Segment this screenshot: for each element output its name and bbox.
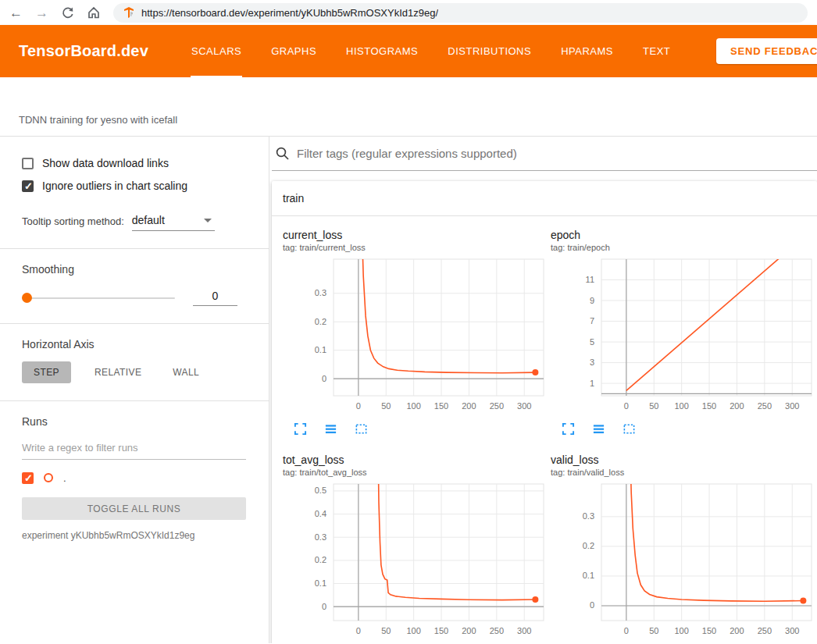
tab-distributions[interactable]: DISTRIBUTIONS	[447, 25, 532, 77]
svg-text:200: 200	[730, 401, 744, 411]
svg-text:0: 0	[322, 374, 326, 383]
svg-text:0.1: 0.1	[583, 571, 594, 580]
runs-label: Runs	[22, 415, 246, 428]
app-header: TensorBoard.dev SCALARS GRAPHS HISTOGRAM…	[0, 25, 817, 77]
tab-scalars[interactable]: SCALARS	[191, 25, 242, 77]
send-feedback-button[interactable]: SEND FEEDBACK	[716, 38, 817, 64]
experiment-subheader: TDNN training for yesno with icefall	[0, 77, 817, 137]
fullscreen-icon[interactable]	[294, 422, 307, 436]
back-icon[interactable]: ←	[9, 6, 23, 20]
svg-text:150: 150	[434, 626, 448, 635]
ignore-outliers-label: Ignore outliers in chart scaling	[42, 180, 187, 192]
svg-text:100: 100	[406, 401, 420, 411]
svg-text:200: 200	[462, 401, 476, 411]
svg-text:0.3: 0.3	[583, 511, 594, 521]
svg-text:11: 11	[586, 275, 594, 284]
axis-step-button[interactable]: STEP	[22, 361, 71, 383]
svg-text:0.1: 0.1	[315, 578, 326, 588]
svg-text:3: 3	[590, 358, 594, 367]
svg-text:0.5: 0.5	[315, 486, 326, 495]
svg-text:0: 0	[356, 401, 361, 411]
svg-text:5: 5	[590, 337, 594, 347]
divider	[0, 400, 269, 401]
horizontal-axis-label: Horizontal Axis	[22, 338, 246, 350]
smoothing-slider[interactable]	[22, 297, 175, 299]
svg-text:150: 150	[702, 626, 716, 635]
chart-actions	[283, 421, 545, 436]
chart-title: current_loss	[283, 229, 545, 241]
view-data-icon[interactable]	[324, 422, 337, 436]
tab-text[interactable]: TEXT	[642, 25, 671, 77]
tab-histograms[interactable]: HISTOGRAMS	[345, 25, 419, 77]
view-data-icon[interactable]	[592, 422, 605, 436]
chart-title: epoch	[551, 229, 813, 241]
svg-text:0: 0	[322, 602, 326, 611]
svg-text:150: 150	[702, 401, 716, 411]
svg-text:250: 250	[758, 401, 772, 411]
reload-icon[interactable]	[61, 6, 74, 20]
svg-text:50: 50	[649, 401, 658, 411]
forward-icon[interactable]: →	[35, 6, 48, 20]
tooltip-sorting-value: default	[132, 214, 165, 226]
tooltip-sorting-select[interactable]: default	[132, 214, 215, 231]
show-download-links-checkbox[interactable]	[22, 158, 34, 169]
svg-text:300: 300	[517, 626, 531, 635]
axis-wall-button[interactable]: WALL	[165, 361, 207, 383]
tag-filter-input[interactable]	[297, 147, 817, 160]
show-download-links-label: Show data download links	[42, 157, 169, 169]
main-panel: train current_loss tag: train/current_lo…	[269, 137, 817, 643]
run-name: .	[63, 472, 66, 484]
experiment-id-label: experiment yKUbhb5wRmOSXYkId1z9eg	[22, 530, 246, 541]
line-chart-tot-avg-loss[interactable]: 05010015020025030000.10.20.30.40.5	[283, 481, 545, 642]
line-chart-valid-loss[interactable]: 05010015020025030000.10.20.3	[551, 481, 813, 642]
address-bar[interactable]: https://tensorboard.dev/experiment/yKUbh…	[113, 3, 808, 23]
tag-filter-row	[272, 137, 817, 171]
section-header-train[interactable]: train	[272, 181, 817, 216]
tab-hparams[interactable]: HPARAMS	[560, 25, 614, 77]
horizontal-axis-options: STEP RELATIVE WALL	[22, 361, 246, 383]
slider-thumb[interactable]	[22, 293, 32, 303]
chart-tag: tag: train/valid_loss	[551, 468, 813, 477]
chart-tag: tag: train/tot_avg_loss	[283, 468, 545, 477]
svg-text:100: 100	[674, 626, 688, 635]
line-chart-current-loss[interactable]: 05010015020025030000.10.20.3	[283, 256, 545, 417]
svg-text:50: 50	[649, 626, 658, 635]
experiment-title: TDNN training for yesno with icefall	[19, 114, 177, 126]
ignore-outliers-row: Ignore outliers in chart scaling	[22, 178, 246, 194]
app-logo: TensorBoard.dev	[19, 42, 148, 60]
svg-text:100: 100	[674, 401, 688, 411]
run-color-swatch-icon	[44, 473, 53, 482]
url-text: https://tensorboard.dev/experiment/yKUbh…	[141, 7, 438, 19]
chart-valid-loss: valid_loss tag: train/valid_loss 0501001…	[551, 449, 813, 643]
section-title: train	[283, 192, 304, 205]
chart-current-loss: current_loss tag: train/current_loss 050…	[283, 224, 545, 436]
chevron-down-icon	[204, 219, 212, 222]
smoothing-row	[22, 290, 246, 306]
runs-filter-input[interactable]	[22, 436, 246, 460]
chart-actions	[551, 421, 813, 436]
tab-graphs[interactable]: GRAPHS	[270, 25, 317, 77]
tensorboard-favicon-icon	[123, 7, 134, 18]
toggle-all-runs-button[interactable]: TOGGLE ALL RUNS	[22, 497, 246, 520]
content: Show data download links Ignore outliers…	[0, 137, 817, 643]
run-checkbox[interactable]	[22, 472, 34, 484]
fit-domain-icon[interactable]	[623, 422, 636, 436]
line-chart-epoch[interactable]: 0501001502002503001357911	[551, 256, 813, 417]
search-icon	[275, 146, 290, 161]
chart-tag: tag: train/epoch	[551, 243, 813, 252]
chart-tag: tag: train/current_loss	[283, 243, 545, 252]
svg-text:300: 300	[517, 401, 531, 411]
svg-text:250: 250	[758, 626, 772, 635]
axis-relative-button[interactable]: RELATIVE	[87, 361, 149, 383]
divider	[0, 323, 269, 324]
ignore-outliers-checkbox[interactable]	[22, 180, 34, 192]
svg-text:0: 0	[624, 626, 629, 635]
svg-text:1: 1	[590, 379, 594, 388]
home-icon[interactable]	[87, 5, 101, 20]
smoothing-value-input[interactable]	[193, 290, 237, 306]
fullscreen-icon[interactable]	[562, 422, 575, 436]
main-nav: SCALARS GRAPHS HISTOGRAMS DISTRIBUTIONS …	[191, 25, 671, 77]
fit-domain-icon[interactable]	[355, 422, 368, 436]
show-download-links-row: Show data download links	[22, 155, 246, 171]
svg-text:0.2: 0.2	[315, 555, 326, 564]
